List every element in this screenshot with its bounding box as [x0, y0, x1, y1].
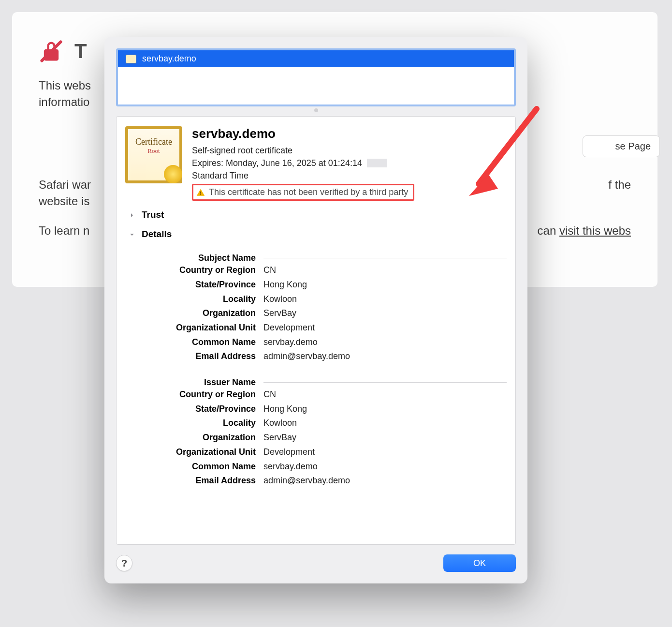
- page-text: This webs: [39, 79, 91, 92]
- trust-section-toggle[interactable]: Trust: [125, 209, 507, 220]
- detail-label: Organizational Unit: [154, 445, 263, 460]
- detail-row: State/ProvinceHong Kong: [154, 278, 507, 292]
- certificate-dialog: servbay.demo Certificate Root servbay.de…: [104, 37, 527, 583]
- detail-row: LocalityKowloon: [154, 292, 507, 307]
- certificate-icon: [126, 55, 136, 63]
- detail-label: Organization: [154, 431, 263, 445]
- detail-value: Kowloon: [263, 292, 297, 307]
- certificate-title: servbay.demo: [192, 126, 507, 141]
- details-section-toggle[interactable]: Details: [125, 229, 507, 239]
- detail-value: Kowloon: [263, 416, 297, 431]
- insecure-lock-icon: [39, 39, 64, 64]
- detail-label: Country or Region: [154, 388, 263, 402]
- ok-button[interactable]: OK: [443, 554, 516, 572]
- detail-label: Locality: [154, 292, 263, 307]
- chevron-down-icon: [128, 230, 136, 238]
- help-button[interactable]: ?: [116, 555, 132, 571]
- detail-label: State/Province: [154, 278, 263, 292]
- page-text: informatio: [39, 95, 89, 108]
- issuer-name-heading: Issuer Name: [154, 377, 507, 388]
- svg-rect-1: [200, 192, 201, 194]
- detail-label: Country or Region: [154, 263, 263, 278]
- detail-value: Hong Kong: [263, 278, 307, 292]
- page-text: website is: [39, 194, 89, 208]
- detail-value: CN: [263, 388, 276, 402]
- visit-website-link[interactable]: visit this webs: [559, 224, 631, 237]
- certificate-warning-text: This certificate has not been verified b…: [209, 187, 408, 197]
- detail-row: Email Addressadmin@servbay.demo: [154, 474, 507, 488]
- detail-label: Organizational Unit: [154, 321, 263, 335]
- detail-row: Country or RegionCN: [154, 388, 507, 402]
- certificate-expires: Expires: Monday, June 16, 2025 at 01:24:…: [192, 157, 507, 169]
- detail-value: Development: [263, 445, 315, 460]
- detail-row: Email Addressadmin@servbay.demo: [154, 349, 507, 364]
- certificate-warning: This certificate has not been verified b…: [192, 184, 414, 201]
- detail-value: admin@servbay.demo: [263, 349, 350, 364]
- certificate-large-icon: Certificate Root: [125, 126, 182, 183]
- detail-label: Locality: [154, 416, 263, 431]
- certificate-tree[interactable]: servbay.demo: [116, 48, 516, 106]
- detail-row: Organizational UnitDevelopment: [154, 445, 507, 460]
- resize-handle-icon[interactable]: [314, 108, 318, 112]
- detail-row: OrganizationServBay: [154, 431, 507, 445]
- detail-value: servbay.demo: [263, 460, 318, 474]
- detail-row: Common Nameservbay.demo: [154, 335, 507, 350]
- detail-row: State/ProvinceHong Kong: [154, 402, 507, 417]
- redacted-text: [367, 159, 387, 167]
- page-text: Safari war: [39, 178, 91, 191]
- trust-section-label: Trust: [142, 209, 164, 220]
- certificate-expires-tz: Standard Time: [192, 169, 507, 182]
- detail-value: Development: [263, 321, 315, 335]
- page-text: f the: [608, 177, 631, 193]
- detail-row: LocalityKowloon: [154, 416, 507, 431]
- chevron-right-icon: [128, 211, 136, 219]
- detail-label: Email Address: [154, 474, 263, 488]
- close-page-button[interactable]: se Page: [583, 135, 660, 157]
- detail-label: State/Province: [154, 402, 263, 417]
- cert-tree-item[interactable]: servbay.demo: [118, 50, 514, 67]
- detail-value: ServBay: [263, 431, 296, 445]
- certificate-subtitle: Self-signed root certificate: [192, 144, 507, 157]
- page-text: can: [538, 224, 559, 237]
- detail-row: OrganizationServBay: [154, 306, 507, 321]
- detail-row: Country or RegionCN: [154, 263, 507, 278]
- detail-label: Organization: [154, 306, 263, 321]
- detail-label: Email Address: [154, 349, 263, 364]
- detail-value: ServBay: [263, 306, 296, 321]
- detail-value: Hong Kong: [263, 402, 307, 417]
- detail-value: CN: [263, 263, 276, 278]
- detail-row: Organizational UnitDevelopment: [154, 321, 507, 335]
- page-title: T: [74, 40, 87, 63]
- warning-icon: [196, 188, 205, 197]
- certificate-details-panel: Certificate Root servbay.demo Self-signe…: [116, 116, 516, 545]
- detail-label: Common Name: [154, 335, 263, 350]
- svg-rect-2: [200, 194, 201, 195]
- cert-tree-item-label: servbay.demo: [142, 54, 196, 64]
- detail-value: servbay.demo: [263, 335, 318, 350]
- detail-row: Common Nameservbay.demo: [154, 460, 507, 474]
- subject-name-heading: Subject Name: [154, 253, 507, 263]
- detail-label: Common Name: [154, 460, 263, 474]
- details-section-label: Details: [142, 229, 172, 239]
- detail-value: admin@servbay.demo: [263, 474, 350, 488]
- page-text: To learn n: [39, 224, 89, 237]
